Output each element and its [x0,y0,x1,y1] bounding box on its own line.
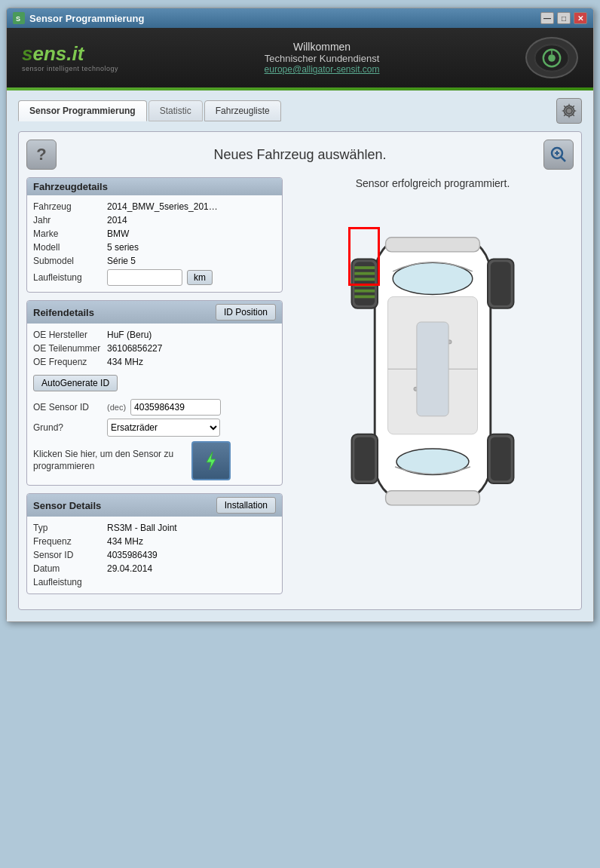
sensor-id-input[interactable] [130,399,221,416]
app-icon: S [13,12,25,24]
modell-row: Modell 5 series [33,241,276,254]
frequenz-label: Frequenz [33,536,101,547]
tab-fahrzeugliste[interactable]: Fahrzeugliste [204,100,281,121]
program-row: Klicken Sie hier, um den Sensor zu progr… [33,441,276,480]
svg-marker-15 [207,452,216,470]
reifendetails-section: Reifendetails ID Position OE Hersteller … [26,300,283,486]
two-column-layout: Fahrzeugdetails Fahrzeug 2014_BMW_5serie… [26,177,574,602]
welcome-text: Willkommen [265,41,380,53]
typ-label: Typ [33,523,101,533]
app-header: sens.it sensor intelligent technology Wi… [7,28,593,87]
submodel-value: Série 5 [107,256,136,266]
window-title: Sensor Programmierung [29,13,144,24]
svg-point-17 [393,262,473,294]
fahrzeugdetails-section: Fahrzeugdetails Fahrzeug 2014_BMW_5serie… [26,177,283,293]
marke-label: Marke [33,229,101,239]
titlebar-left: S Sensor Programmierung [13,12,144,24]
modell-label: Modell [33,242,101,253]
brand-logo [525,37,578,78]
fahrzeugdetails-header: Fahrzeugdetails [27,178,282,195]
jahr-row: Jahr 2014 [33,213,276,227]
brand-logo-svg [533,43,571,73]
laufleistung-input[interactable] [107,269,182,286]
main-window: S Sensor Programmierung — □ ✕ sens.it se… [6,8,594,622]
marke-row: Marke BMW [33,227,276,241]
fahrzeugdetails-title: Fahrzeugdetails [33,181,108,192]
svg-rect-37 [386,238,480,252]
id-position-button[interactable]: ID Position [216,304,276,321]
car-diagram [327,195,538,557]
sensor-id-input-row: (dec) [107,399,221,416]
oe-hersteller-value: HuF (Beru) [107,330,152,340]
right-column: Sensor erfolgreich programmiert. [292,177,574,602]
laufleistung-row: Laufleistung km [33,268,276,287]
close-button[interactable]: ✕ [574,12,587,24]
laufleistung-detail-label: Laufleistung [33,577,101,587]
autogenerate-button[interactable]: AutoGenerate ID [33,375,118,391]
service-text: Technischer Kundendienst [265,53,380,64]
svg-rect-36 [491,437,511,481]
left-column: Fahrzeugdetails Fahrzeug 2014_BMW_5serie… [26,177,283,602]
titlebar: S Sensor Programmierung — □ ✕ [7,8,593,28]
search-zoom-icon [549,146,568,164]
help-button[interactable]: ? [26,140,57,170]
svg-line-12 [561,157,565,161]
program-button[interactable] [191,441,231,480]
svg-rect-32 [491,262,511,305]
modell-value: 5 series [107,242,139,253]
tab-statistic[interactable]: Statistic [148,100,203,121]
sensor-id-row: OE Sensor ID (dec) [33,397,276,417]
laufleistung-input-row: km [107,269,213,286]
gear-icon [561,103,577,119]
fahrzeug-label: Fahrzeug [33,201,101,212]
top-bar: ? Neues Fahrzeug auswählen. [26,140,574,170]
fahrzeug-row: Fahrzeug 2014_BMW_5series_201… [33,200,276,213]
tab-sensor-programmierung[interactable]: Sensor Programmierung [18,100,147,121]
reifendetails-header: Reifendetails ID Position [27,301,282,324]
sensor-details-header: Sensor Details Installation [27,494,282,517]
svg-text:S: S [16,15,20,23]
svg-rect-38 [386,491,480,505]
grund-row: Grund? Ersatzräder Reifenwechsel Defekt [33,417,276,438]
oe-teilenummer-label: OE Teilenummer [33,343,101,354]
sensor-id-dec: (dec) [107,403,126,412]
header-info: Willkommen Technischer Kundendienst euro… [265,41,380,75]
highlighted-tire [348,227,380,286]
oe-hersteller-label: OE Hersteller [33,330,101,340]
logo-area: sens.it sensor intelligent technology [22,44,118,72]
email-link[interactable]: europe@alligator-sensit.com [265,64,380,75]
tabs-row: Sensor Programmierung Statistic Fahrzeug… [18,98,582,124]
oe-hersteller-row: OE Hersteller HuF (Beru) [33,328,276,342]
datum-row: Datum 29.04.2014 [33,562,276,575]
success-message: Sensor erfolgreich programmiert. [356,177,510,189]
fahrzeug-value: 2014_BMW_5series_201… [107,201,218,212]
laufleistung-detail-row: Laufleistung [33,575,276,589]
sensor-details-body: Typ RS3M - Ball Joint Frequenz 434 MHz S… [27,517,282,593]
grund-select[interactable]: Ersatzräder Reifenwechsel Defekt [107,419,220,437]
logo-subtitle: sensor intelligent technology [22,65,118,72]
vehicle-search-button[interactable] [543,140,574,170]
window-controls: — □ ✕ [540,12,587,24]
oe-teilenummer-value: 36106856227 [107,343,162,354]
sensor-id-detail-value: 4035986439 [107,550,158,560]
submodel-label: Submodel [33,256,101,266]
installation-button[interactable]: Installation [216,497,276,514]
typ-row: Typ RS3M - Ball Joint [33,521,276,535]
oe-frequenz-row: OE Frequenz 434 MHz [33,355,276,369]
maximize-button[interactable]: □ [557,12,571,24]
program-label: Klicken Sie hier, um den Sensor zu progr… [33,449,184,472]
reifendetails-title: Reifendetails [33,307,94,318]
oe-frequenz-value: 434 MHz [107,357,143,367]
vehicle-select-title: Neues Fahrzeug auswählen. [213,147,386,163]
sensor-id-detail-row: Sensor ID 4035986439 [33,548,276,562]
logo-text: sens.it [22,44,118,63]
svg-rect-39 [417,322,448,416]
content-panel: ? Neues Fahrzeug auswählen. [18,131,582,610]
settings-button[interactable] [556,98,582,124]
datum-value: 29.04.2014 [107,563,152,574]
jahr-label: Jahr [33,215,101,225]
km-button[interactable]: km [187,270,213,285]
minimize-button[interactable]: — [540,12,554,24]
laufleistung-label: Laufleistung [33,272,101,283]
oe-teilenummer-row: OE Teilenummer 36106856227 [33,342,276,355]
